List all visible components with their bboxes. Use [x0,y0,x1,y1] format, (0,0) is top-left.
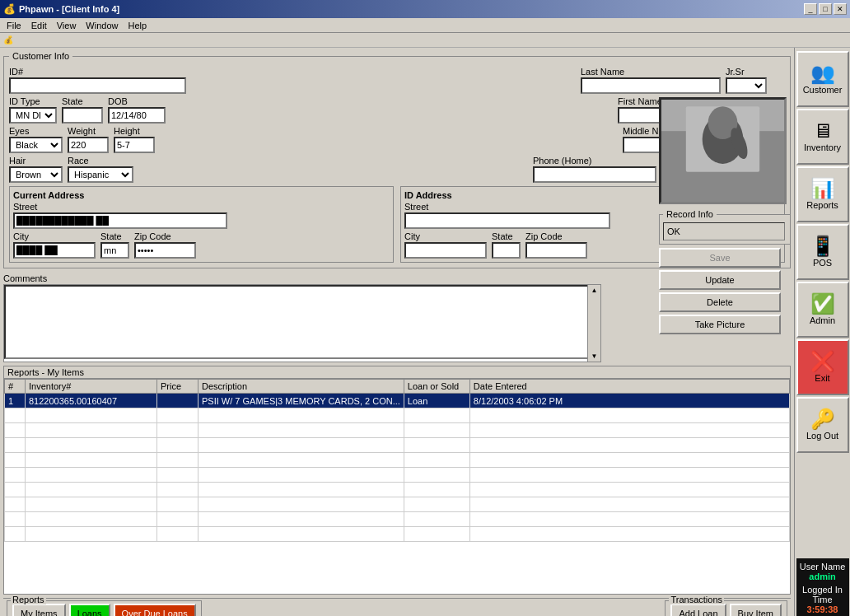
sidebar-pos[interactable]: 📱 POS [796,224,849,280]
group-id-zip: Zip Code [525,231,587,259]
dob-input[interactable] [108,107,166,124]
col-inventory[interactable]: Inventory# [26,380,157,394]
current-address-title: Current Address [13,190,390,200]
comments-textarea[interactable] [4,285,589,359]
sidebar-customer[interactable]: 👥 Customer [796,51,849,107]
idtype-select[interactable]: MN DL Other [9,107,57,124]
jrsr-select[interactable]: Jr Sr II III [726,77,767,94]
zip-input[interactable] [134,242,196,259]
record-status: OK [663,222,785,240]
lastname-label: Last Name [581,67,721,77]
photo-frame [659,97,787,204]
menu-help[interactable]: Help [123,19,152,32]
minimize-btn[interactable]: _ [804,3,817,15]
city-label: City [13,231,96,241]
menu-window[interactable]: Window [81,19,123,32]
eyes-select[interactable]: Black Blue Brown Green Hazel [9,137,63,153]
customer-photo [661,98,784,203]
weight-label: Weight [68,126,109,136]
scrollbar-comments[interactable]: ▲ ▼ [587,285,600,362]
id-street-input[interactable] [404,212,610,229]
row-city-state-zip: City State Zip Code [13,231,390,259]
group-eyes: Eyes Black Blue Brown Green Hazel [9,126,63,153]
delete-btn[interactable]: Delete [659,292,781,312]
race-label: Race [68,156,133,166]
menu-view[interactable]: View [52,19,82,32]
state-input[interactable] [62,107,103,124]
street-input[interactable] [13,212,227,229]
phone-home-input[interactable] [533,166,656,183]
logged-in-label: Logged In Time [800,585,846,604]
street-label: Street [13,202,390,212]
my-items-btn[interactable]: My Items [12,604,66,617]
id-input[interactable] [9,77,186,94]
table-row-empty [5,423,790,438]
group-hair: Hair Brown Black Blonde Gray Red White [9,156,63,183]
col-price[interactable]: Price [157,380,198,394]
col-date[interactable]: Date Entered [469,380,789,394]
maximize-btn[interactable]: □ [819,3,832,15]
reports-table-container[interactable]: # Inventory# Price Description Loan or S… [4,379,790,594]
sidebar-admin-label: Admin [810,315,835,325]
city-input[interactable] [13,242,96,259]
close-btn[interactable]: ✕ [834,3,847,15]
dob-label: DOB [108,96,166,106]
group-state: State [62,96,103,124]
group-race: Race Hispanic White Black Asian Other [68,156,133,183]
buy-item-btn[interactable]: Buy Item [730,604,782,617]
height-label: Height [114,126,155,136]
sidebar-admin[interactable]: ✅ Admin [796,282,849,338]
record-buttons: Save Update Delete Take Picture [659,248,791,334]
window-controls: _ □ ✕ [804,3,847,15]
pos-icon: 📱 [810,236,835,256]
col-description[interactable]: Description [198,380,404,394]
idtype-label: ID Type [9,96,57,106]
col-loan[interactable]: Loan or Sold [404,380,469,394]
cell-num: 1 [5,394,26,408]
row-id-lastname: ID# Last Name Jr.Sr Jr Sr II III [9,67,785,94]
hair-label: Hair [9,156,63,166]
menu-file[interactable]: File [2,19,26,32]
menu-edit[interactable]: Edit [26,19,52,32]
jrsr-label: Jr.Sr [726,67,767,77]
sidebar-pos-label: POS [813,258,832,268]
sidebar-logout[interactable]: 🔑 Log Out [796,397,849,453]
id-state-input[interactable] [492,242,521,259]
sidebar-exit[interactable]: ❌ Exit [796,339,849,395]
sidebar-reports[interactable]: 📊 Reports [796,166,849,222]
col-num[interactable]: # [5,380,26,394]
hair-select[interactable]: Brown Black Blonde Gray Red White [9,166,63,183]
admin-icon: ✅ [810,294,835,314]
over-due-btn[interactable]: Over Due Loans [114,604,196,617]
id-city-input[interactable] [404,242,487,259]
table-row[interactable]: 1 812200365.00160407 PSII W/ 7 GAMES|3 M… [5,394,790,408]
take-picture-btn[interactable]: Take Picture [659,315,781,334]
weight-input[interactable] [68,137,109,153]
lastname-input[interactable] [581,77,721,94]
sidebar-inventory[interactable]: 🖥 Inventory [796,109,849,165]
table-row-empty [5,497,790,512]
save-btn[interactable]: Save [659,248,781,268]
logout-icon: 🔑 [810,409,835,429]
addr-state-input[interactable] [100,242,129,259]
id-city-label: City [404,231,487,241]
window-title: Phpawn - [Client Info 4] [19,4,119,14]
add-loan-btn[interactable]: Add Loan [670,604,726,617]
group-id-city: City [404,231,487,259]
height-input[interactable] [114,137,155,153]
group-phone-home: Phone (Home) [533,156,656,183]
comments-container: ▲ ▼ [3,284,601,362]
phone-home-label: Phone (Home) [533,156,656,166]
update-btn[interactable]: Update [659,270,781,290]
group-zip: Zip Code [134,231,196,259]
group-addr-state: State [100,231,129,259]
id-zip-input[interactable] [525,242,587,259]
transactions-group: Transactions Add Loan Buy Item [665,600,787,617]
reports-group: Reports My Items Loans Over Due Loans [7,600,202,617]
race-select[interactable]: Hispanic White Black Asian Other [68,166,133,183]
loans-btn[interactable]: Loans [69,604,110,617]
group-id-state: State [492,231,521,259]
state-label: State [62,96,103,106]
record-info-fieldset: Record Info OK [659,209,791,245]
status-block: User Name admin Logged In Time 3:59:38 P… [796,558,849,616]
